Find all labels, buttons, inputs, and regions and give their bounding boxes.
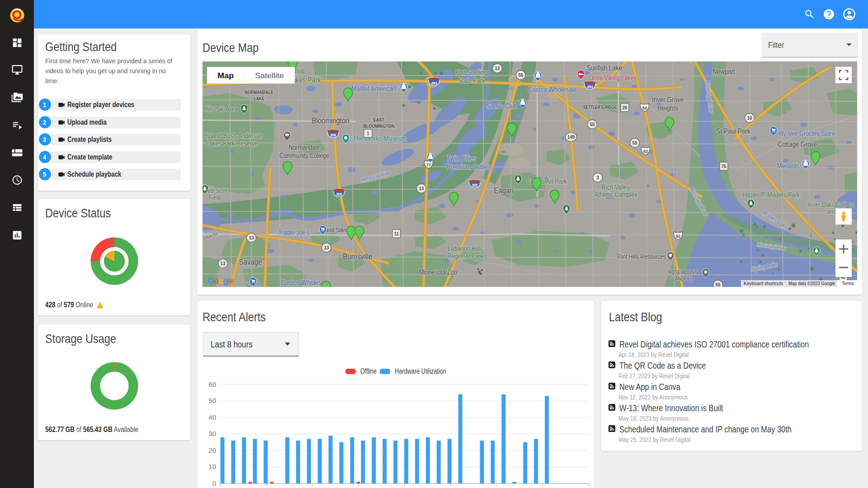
svg-text:Costco Wholes: Costco Wholes [281,278,321,287]
svg-text:Minnesota Zoo: Minnesota Zoo [419,268,457,276]
svg-text:BLOOMINGTON: BLOOMINGTON [363,123,395,129]
svg-text:494: 494 [431,80,438,85]
svg-text:77: 77 [426,163,431,167]
svg-text:Athletic Complex: Athletic Complex [594,191,637,198]
svg-text:52: 52 [643,149,648,154]
svg-text:13: 13 [249,235,254,240]
svg-text:State Park: State Park [458,77,486,84]
svg-text:20: 20 [208,446,216,454]
svg-text:St Paul Park: St Paul Park [717,127,750,136]
svg-text:Eagan: Eagan [494,186,514,195]
svg-text:11: 11 [394,231,399,236]
svg-text:Lakes Park Reserve: Lakes Park Reserve [206,140,258,147]
svg-text:Normandale: Normandale [289,144,320,151]
svg-text:Burnsville: Burnsville [343,252,373,261]
svg-text:Hardware Utilization: Hardware Utilization [395,367,446,375]
svg-text:o: o [214,277,219,286]
svg-text:Sam's Club: Sam's Club [486,102,517,110]
svg-text:EAST: EAST [373,117,384,122]
svg-text:0: 0 [212,479,216,487]
svg-text:LANDFILL: LANDFILL [672,276,693,282]
svg-text:LAKE: LAKE [254,96,264,101]
svg-text:Map data ©2023 Google: Map data ©2023 Google [788,281,835,286]
svg-text:NORMANDALE: NORMANDALE [245,89,274,95]
svg-text:Flint Hills Resources: Flint Hills Resources [617,253,666,260]
svg-text:13: 13 [419,186,424,191]
svg-text:149: 149 [567,135,575,140]
svg-text:Community College: Community College [279,152,329,160]
svg-text:55: 55 [632,141,637,145]
svg-text:Hy-Vee Grocery Store: Hy-Vee Grocery Store [779,130,835,137]
svg-text:Newport: Newport [712,67,735,76]
svg-text:494: 494 [587,84,594,89]
svg-text:Twin Cities: Twin Cities [447,154,476,163]
svg-text:Cottage Grove: Cottage Grove [778,140,817,149]
svg-text:13: 13 [324,245,329,250]
svg-text:Regional Park: Regional Park [448,252,484,260]
svg-text:35W: 35W [330,132,336,137]
svg-text:SETTLER'S RIDGE: SETTLER'S RIDGE [583,104,617,110]
svg-text:The Works Museum: The Works Museum [353,134,407,143]
svg-text:Lebanon Hills: Lebanon Hills [448,245,483,253]
svg-text:10: 10 [208,463,216,470]
svg-text:55: 55 [715,282,721,287]
svg-text:40: 40 [208,413,216,421]
svg-text:Hyland-Bush-Anderson: Hyland-Bush-Anderson [203,132,263,140]
svg-text:Hazen P. Mooers Park: Hazen P. Mooers Park [743,191,800,199]
svg-text:50: 50 [208,397,216,404]
svg-text:55: 55 [518,73,524,78]
svg-text:Trader Joe's: Trader Joe's [278,229,310,236]
svg-text:Sunfish Lake: Sunfish Lake [587,64,622,72]
svg-text:ROSEMOUNT: ROSEMOUNT [668,269,697,276]
svg-text:Fort Snelling: Fort Snelling [456,69,488,76]
svg-text:10: 10 [747,116,752,121]
svg-text:26: 26 [622,105,627,110]
svg-text:75: 75 [721,164,726,169]
svg-text:g: g [223,277,228,286]
svg-text:Terms: Terms [842,281,854,286]
svg-text:13: 13 [495,66,500,71]
svg-text:30: 30 [208,430,216,437]
svg-text:55: 55 [590,122,595,127]
svg-text:Menards: Menards [777,162,799,170]
svg-text:13: 13 [220,261,226,266]
svg-text:e: e [230,277,234,286]
svg-text:Mall of America®: Mall of America® [351,84,397,93]
svg-text:Hills Ski Area: Hills Ski Area [204,105,238,113]
svg-text:35E: 35E [472,183,478,188]
svg-text:Savage: Savage [239,257,262,267]
svg-text:Inver Grove: Inver Grove [652,95,684,104]
svg-text:Costco Wholesale: Costco Wholesale [528,85,577,94]
svg-text:Premium Outlets: Premium Outlets [447,163,492,171]
svg-text:Heights: Heights [657,104,678,113]
svg-text:Rich Valley: Rich Valley [602,183,630,191]
svg-text:Keyboard shortcuts: Keyboard shortcuts [744,281,783,286]
svg-text:52: 52 [642,106,647,110]
svg-text:Offline: Offline [360,367,377,375]
svg-text:35W: 35W [336,192,342,197]
svg-text:3: 3 [596,175,599,180]
svg-text:Omni Viking Lakes: Omni Viking Lakes [589,74,637,82]
svg-text:60: 60 [208,380,216,388]
svg-text:G: G [208,277,214,286]
svg-text:Satellite: Satellite [255,71,284,80]
svg-text:o: o [219,277,223,286]
svg-text:52: 52 [676,234,680,239]
svg-text:Map: Map [217,71,234,80]
svg-text:Field: Field [209,193,221,201]
svg-text:1: 1 [367,131,369,136]
svg-text:Bloomington: Bloomington [312,116,349,125]
